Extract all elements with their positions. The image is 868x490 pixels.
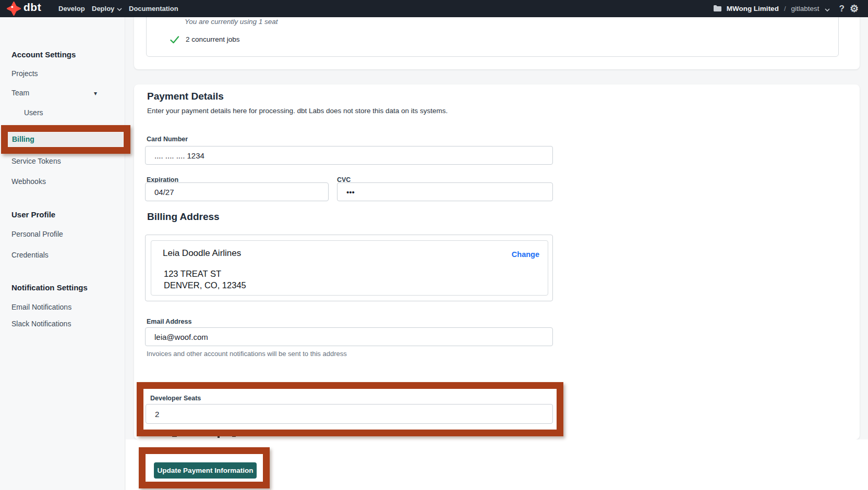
- billing-address-panel: Leia Doodle Airlines Change 123 TREAT ST…: [145, 235, 553, 301]
- cvc-input[interactable]: [337, 182, 553, 201]
- annotation-box-billing: [1, 125, 130, 154]
- sidebar-item-credentials[interactable]: Credentials: [11, 251, 49, 259]
- nav-item-documentation[interactable]: Documentation: [129, 5, 178, 13]
- email-address-input[interactable]: [145, 327, 553, 346]
- chevron-down-icon: [117, 5, 122, 13]
- section-heading-user-profile: User Profile: [11, 210, 55, 219]
- billing-address-box: Leia Doodle Airlines Change 123 TREAT ST…: [151, 240, 548, 296]
- address-name: Leia Doodle Airlines: [163, 248, 241, 259]
- nav-item-deploy[interactable]: Deploy: [92, 5, 122, 13]
- dbt-logo-icon[interactable]: [7, 2, 21, 16]
- card-number-input[interactable]: [145, 146, 553, 165]
- seat-usage-note: You are currently using 1 seat: [185, 18, 278, 26]
- chevron-down-icon[interactable]: [825, 4, 830, 14]
- check-icon: [170, 36, 179, 46]
- app-window: You are currently using 1 seat 2 concurr…: [0, 0, 868, 490]
- help-icon[interactable]: ?: [839, 4, 845, 13]
- expiration-input[interactable]: [145, 182, 329, 201]
- concurrent-jobs-text: 2 concurrent jobs: [186, 35, 240, 43]
- card-number-label: Card Number: [147, 136, 188, 143]
- top-navbar: dbt Develop Deploy Documentation MWong L…: [0, 0, 868, 17]
- nav-item-develop[interactable]: Develop: [58, 5, 85, 13]
- billing-address-title: Billing Address: [147, 211, 220, 223]
- gear-icon[interactable]: ⚙: [850, 4, 859, 14]
- sidebar-item-webhooks[interactable]: Webhooks: [11, 177, 46, 186]
- sidebar-item-personal-profile[interactable]: Personal Profile: [11, 230, 63, 238]
- address-line-1: 123 TREAT ST: [164, 269, 221, 279]
- sidebar-item-slack-notifications[interactable]: Slack Notifications: [11, 320, 71, 328]
- address-line-2: DENVER, CO, 12345: [164, 280, 246, 290]
- sidebar-item-service-tokens[interactable]: Service Tokens: [11, 157, 61, 165]
- navbar-right-cluster: MWong Limited / gitlabtest ? ⚙: [714, 0, 859, 17]
- dbt-logo-text[interactable]: dbt: [23, 1, 41, 14]
- breadcrumb-separator: /: [784, 5, 786, 13]
- annotation-box-developer-seats: [137, 382, 563, 436]
- payment-details-description: Enter your payment details here for proc…: [147, 107, 448, 115]
- section-heading-account-settings: Account Settings: [11, 50, 76, 59]
- project-selector[interactable]: gitlabtest: [791, 5, 819, 13]
- sidebar-item-team[interactable]: Team: [11, 89, 29, 97]
- chevron-down-icon[interactable]: ▾: [94, 90, 97, 97]
- sidebar-item-users[interactable]: Users: [24, 108, 43, 117]
- annotation-box-update-button: [139, 447, 270, 488]
- change-address-link[interactable]: Change: [512, 250, 539, 259]
- email-helper-text: Invoices and other account notifications…: [147, 350, 347, 358]
- folder-icon: [714, 4, 721, 14]
- account-name[interactable]: MWong Limited: [727, 5, 779, 13]
- sidebar-item-projects[interactable]: Projects: [11, 69, 38, 78]
- payment-details-title: Payment Details: [147, 91, 224, 102]
- settings-sidebar: Account Settings Projects Team ▾ Users B…: [0, 17, 125, 490]
- sidebar-item-email-notifications[interactable]: Email Notifications: [11, 303, 71, 311]
- email-address-label: Email Address: [147, 318, 191, 325]
- section-heading-notification-settings: Notification Settings: [11, 283, 88, 292]
